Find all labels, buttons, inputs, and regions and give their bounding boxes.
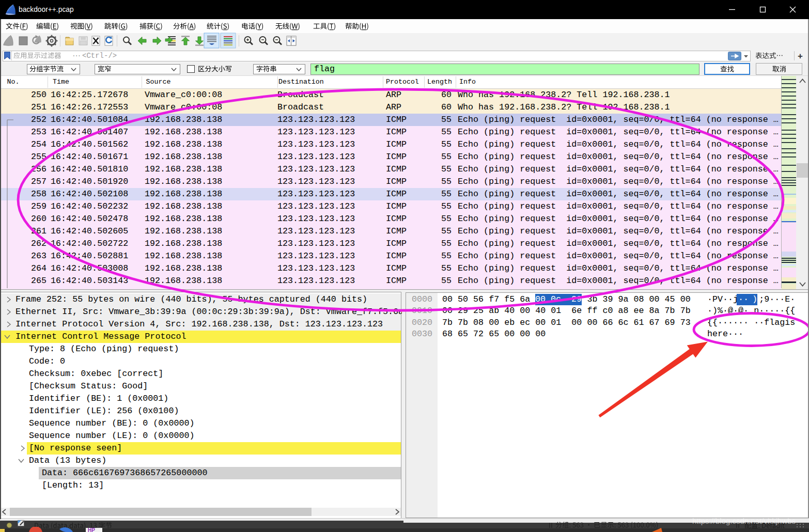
svg-text:HP: HP — [88, 527, 95, 532]
